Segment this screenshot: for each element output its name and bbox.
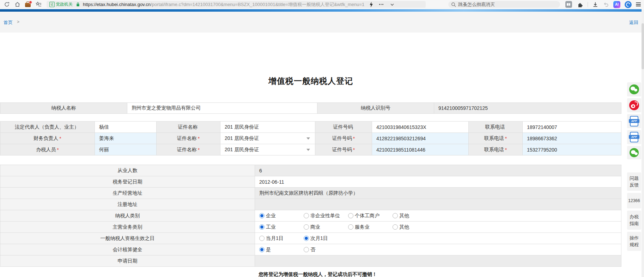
taxpayer-name-label: 纳税人名称 [0, 103, 127, 114]
radio-label: 商业 [310, 224, 320, 230]
sidebar-guide-link[interactable]: 办税指南 [627, 211, 641, 230]
radio-option-next-month[interactable]: 次月1日 [304, 235, 348, 242]
radio-option-industry[interactable]: 工业 [259, 224, 304, 230]
back-link[interactable]: 返回 [629, 19, 638, 26]
weibo-icon [629, 100, 639, 110]
apply-date-label: 申请日期 [0, 255, 255, 267]
wechat-icon [629, 84, 639, 94]
menu-icon[interactable] [636, 2, 641, 6]
tax-clerk-name-input[interactable]: 何丽 [95, 144, 157, 155]
sidebar-app-download-button-2[interactable]: APP [627, 130, 641, 144]
search-icon [451, 1, 456, 8]
sidebar-app-download-button[interactable]: APP [627, 114, 641, 128]
tax-clerk-no-label: 证件号码* [315, 144, 372, 155]
radio-icon[interactable] [259, 236, 265, 241]
radio-option-commerce[interactable]: 商业 [304, 224, 348, 230]
legal-rep-cert-value: 201 居民身份证 [220, 122, 315, 133]
radio-icon[interactable] [348, 224, 353, 230]
radio-option-no[interactable]: 否 [304, 247, 348, 253]
radio-icon[interactable] [304, 247, 309, 252]
radio-icon[interactable] [304, 213, 309, 218]
employees-label: 从业人数 [0, 165, 255, 176]
radio-label: 非企业性单位 [310, 213, 340, 219]
taxpayer-type-label: 纳税人类别 [0, 210, 255, 222]
address-bar[interactable]: 证 党政机关 https://etax.hubei.chinatax.gov.c… [47, 1, 426, 8]
dropdown-caret-icon[interactable] [306, 149, 310, 151]
radio-option-enterprise[interactable]: 企业 [259, 213, 304, 219]
radio-icon[interactable] [393, 224, 398, 230]
details-table: 从业人数 6 税务登记日期 2012-06-11 生产经营地址 荆州市纪南文旅区… [0, 165, 621, 267]
sidebar-weibo-button[interactable] [627, 98, 641, 112]
tax-clerk-tel-input[interactable]: 15327795200 [523, 144, 621, 155]
radio-label: 其他 [399, 213, 409, 219]
extensions-icon[interactable] [577, 1, 583, 8]
radio-option-other[interactable]: 其他 [393, 213, 437, 219]
lightning-icon[interactable] [368, 1, 374, 8]
download-icon[interactable] [592, 1, 599, 8]
ai-assistant-icon[interactable]: AI [613, 1, 620, 8]
sidebar-wechat-mini-button[interactable] [627, 146, 641, 159]
finance-officer-no-input[interactable]: 412822198503212694 [372, 133, 469, 144]
finance-officer-tel-input[interactable]: 18986673362 [523, 133, 621, 144]
finance-officer-name-input[interactable]: 姜海来 [95, 133, 157, 144]
more-options-icon[interactable] [379, 4, 383, 5]
scrollbar-track[interactable] [642, 9, 644, 277]
refresh-icon[interactable] [4, 1, 10, 8]
required-mark: * [198, 147, 200, 153]
radio-icon[interactable] [304, 236, 309, 241]
select-value: 201 居民身份证 [225, 135, 259, 142]
tax-clerk-cert-select[interactable]: 201 居民身份证 [220, 144, 315, 155]
sidebar-rules-link[interactable]: 操作规程 [627, 232, 641, 251]
radio-icon[interactable] [259, 213, 265, 218]
sidebar-wechat-button[interactable] [627, 82, 641, 96]
home-icon[interactable] [14, 1, 20, 8]
label-text: 证件号码 [333, 124, 353, 130]
finance-officer-tel-label: 联系电话* [469, 133, 523, 144]
search-box[interactable]: 跳蚤怎么彻底消灭 [448, 1, 560, 8]
required-mark: * [505, 136, 507, 141]
taxpayer-id-value: 914210005971702125 [434, 103, 621, 114]
breadcrumb-home-link[interactable]: 首页 [4, 19, 13, 26]
reading-list-icon[interactable] [565, 1, 572, 8]
site-cert-badge[interactable]: 证 党政机关 [49, 1, 73, 7]
sidebar-feedback-link[interactable]: 问题反馈 [627, 172, 641, 191]
workspace-icon[interactable] [25, 1, 31, 8]
radio-icon[interactable] [304, 224, 309, 230]
radio-icon[interactable] [259, 224, 265, 230]
radio-icon[interactable] [348, 213, 353, 218]
sidebar-hotline-link[interactable]: 12366 [627, 193, 641, 208]
radio-option-current-month[interactable]: 当月1日 [259, 235, 304, 242]
radio-option-individual[interactable]: 个体工商户 [348, 213, 393, 219]
radio-label: 其他 [399, 224, 409, 230]
undo-icon[interactable] [603, 1, 609, 8]
favorites-icon[interactable] [35, 1, 42, 8]
label-text: 证件名称 [177, 135, 197, 142]
breadcrumb-separator: > [17, 19, 19, 24]
main-business-label: 主营业务类别 [0, 222, 255, 233]
required-mark: * [198, 136, 200, 141]
radio-option-other[interactable]: 其他 [393, 224, 437, 230]
lock-icon[interactable] [75, 1, 80, 8]
radio-label: 工业 [266, 224, 276, 230]
chevron-down-icon[interactable] [389, 1, 395, 8]
label-text: 联系电话 [484, 147, 504, 153]
browser-assistant-icon[interactable] [625, 1, 632, 8]
radio-option-non-enterprise[interactable]: 非企业性单位 [304, 213, 348, 219]
browser-window: 证 党政机关 https://etax.hubei.chinatax.gov.c… [0, 0, 644, 277]
radio-option-yes[interactable]: 是 [259, 247, 304, 253]
business-address-value: 荆州市纪南文旅区牌坊村四组（原牌坊小学） [255, 188, 621, 199]
scrollbar-thumb[interactable] [642, 23, 644, 69]
radio-icon[interactable] [259, 247, 265, 252]
radio-option-service[interactable]: 服务业 [348, 224, 393, 230]
accounting-sound-label: 会计核算健全 [0, 244, 255, 255]
tax-clerk-tel-label: 联系电话* [469, 144, 523, 155]
tax-clerk-no-input[interactable]: 421002198511081446 [372, 144, 469, 155]
mobile-app-icon: APP [630, 132, 638, 142]
required-mark: * [353, 136, 355, 141]
radio-icon[interactable] [393, 213, 398, 218]
radio-label: 个体工商户 [355, 213, 379, 219]
dropdown-caret-icon[interactable] [306, 137, 310, 140]
finance-officer-cert-select[interactable]: 201 居民身份证 [220, 133, 315, 144]
required-mark: * [57, 147, 59, 153]
search-text: 跳蚤怎么彻底消灭 [458, 1, 495, 8]
